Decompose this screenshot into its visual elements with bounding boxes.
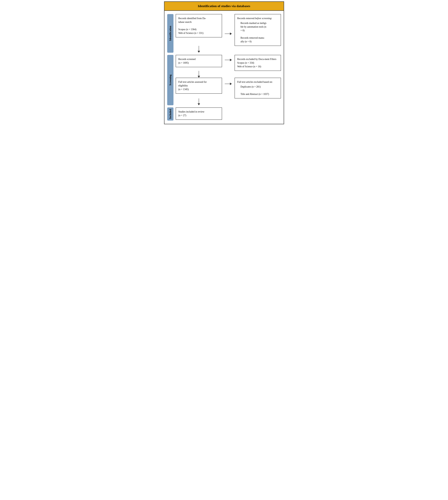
screening-right-box1: Records excluded by Docu-ment Filters Sc… — [235, 55, 281, 71]
sc-right1-line1: Records excluded by Docu-ment Filters — [237, 58, 276, 60]
screening-left-box1: Records screened (n = 1695) — [176, 55, 222, 67]
included-boxes-row: Studies included in review (n = 27) — [176, 107, 281, 120]
id-h-line — [225, 34, 230, 34]
screening-phase: Screening Records screened (n = 1695) — [167, 55, 281, 105]
inc-line1: Studies included in review — [178, 110, 204, 113]
sc-v-arrowhead1 — [198, 76, 200, 78]
sc-v-arrowhead2 — [198, 103, 200, 105]
included-content: Studies included in review (n = 27) — [174, 107, 281, 121]
identification-phase: Identification Records identified from D… — [167, 14, 281, 53]
sc-right2-line1: Full text articles excluded based on: — [237, 81, 273, 83]
sc-left1-line1: Records screened — [178, 58, 195, 60]
sc-horiz-arrow2 — [225, 78, 232, 85]
screening-label: Screening — [167, 55, 174, 105]
sc-left2-line3: (n = 1345) — [178, 88, 189, 91]
identification-label: Identification — [167, 14, 174, 53]
screening-row1: Records screened (n = 1695) Records excl… — [176, 55, 281, 71]
sc-h-line2 — [225, 84, 230, 84]
sc-left1-line2: (n = 1695) — [178, 61, 189, 64]
id-right-item-1: Records marked as ineligi-ble by automat… — [240, 21, 278, 32]
title-text: Identification of studies via databases — [198, 4, 250, 8]
id-right-items: Records marked as ineligi-ble by automat… — [237, 21, 278, 43]
page-title: Identification of studies via databases — [164, 1, 284, 11]
sc-right1-src2: Web of Science (n = 16) — [237, 65, 261, 68]
sc-down-arrow2 — [176, 98, 222, 105]
id-source-1: Scopus (n = 1364) — [178, 28, 196, 31]
id-down-arrow — [176, 46, 222, 53]
sc-left2-line2: eligibility — [178, 84, 188, 87]
included-left-box: Studies included in review (n = 27) — [176, 107, 222, 120]
screening-left-box2: Full text articles assessed for eligibil… — [176, 78, 222, 94]
sc-h-line1 — [225, 60, 230, 60]
included-label: Included — [167, 107, 174, 121]
screening-row2: Full text articles assessed for eligibil… — [176, 78, 281, 98]
sc-right1-src1: Scopus (n = 334) — [237, 61, 254, 64]
sc-right2-items: Duplicates (n = 281) Title and Abstract … — [237, 85, 278, 96]
page-container: Identification of studies via databases … — [164, 1, 284, 124]
id-v-arrowhead — [198, 51, 200, 53]
id-horiz-arrow — [225, 14, 232, 46]
sc-right2-item1: Duplicates (n = 281) — [240, 85, 278, 89]
sc-v-line1 — [199, 71, 199, 76]
id-left-line2: tabase search: — [178, 21, 192, 23]
sc-v-line2 — [199, 98, 199, 103]
identification-left-box: Records identified from Da- tabase searc… — [176, 14, 222, 37]
sc-arrow-head2 — [230, 83, 232, 85]
screening-content: Records screened (n = 1695) Records excl… — [174, 55, 281, 105]
identification-content: Records identified from Da- tabase searc… — [174, 14, 281, 53]
screening-right-box2: Full text articles excluded based on: Du… — [235, 78, 281, 98]
id-arrow-head — [230, 33, 232, 35]
id-right-heading1: Records removed — [237, 17, 255, 20]
id-right-item-2: Records removed manu-ally (n = 0) — [240, 36, 278, 43]
identification-boxes-row: Records identified from Da- tabase searc… — [176, 14, 281, 46]
id-right-italic: before screening — [255, 17, 271, 20]
sc-horiz-arrow1 — [225, 55, 232, 61]
id-sources: Scopus (n = 1364) Web of Science (n = 33… — [178, 28, 219, 35]
identification-right-box: Records removed before screening: Record… — [235, 14, 281, 46]
id-left-line1: Records identified from Da- — [178, 17, 206, 20]
sc-arrow-head1 — [230, 59, 232, 61]
sc-left2-line1: Full text articles assessed for — [178, 81, 207, 83]
inc-line2: (n = 27) — [178, 114, 186, 117]
id-source-2: Web of Science (n = 331) — [178, 32, 204, 34]
id-right-colon: : — [272, 17, 272, 20]
included-phase: Included Studies included in review (n =… — [167, 107, 281, 121]
sc-down-arrow1 — [176, 71, 222, 78]
id-v-line — [199, 46, 199, 51]
sc-right2-item2: Title and Abstract (n = 1037) — [240, 92, 278, 96]
